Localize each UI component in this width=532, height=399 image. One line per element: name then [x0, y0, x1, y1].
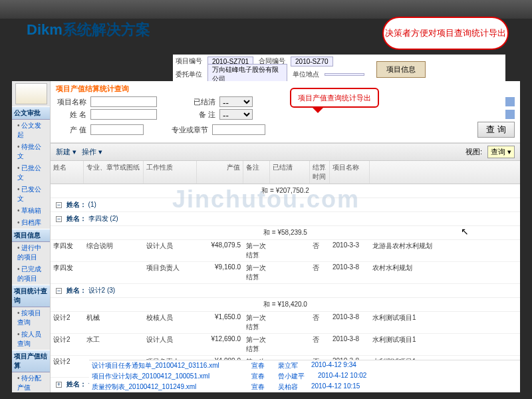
table-row[interactable]: 李四发综合说明设计人员¥48,079.5第一次结算否2010-3-3龙游县农村水… [51, 240, 520, 262]
sidebar-item[interactable]: 待批公文 [12, 141, 50, 162]
expand-toggle-icon[interactable]: − [56, 216, 62, 222]
table-cell: 第一次结算 [243, 334, 270, 355]
sidebar-thumbnail[interactable] [15, 83, 47, 104]
column-header[interactable]: 产值 [197, 161, 243, 184]
column-header[interactable]: 姓名 [51, 161, 84, 184]
search-button[interactable]: 查 询 [477, 122, 515, 138]
column-header[interactable]: 备注 [243, 161, 270, 184]
table-cell [84, 262, 144, 283]
project-info-tab[interactable]: 项目信息 [376, 61, 426, 78]
table-cell: 李四发 [51, 240, 84, 261]
file-row[interactable]: 质量控制表_20100412_101249.xml宣春吴柏容2010-4-12 … [89, 382, 520, 392]
table-cell [270, 312, 310, 333]
table-cell: 机械 [84, 312, 144, 333]
calendar-icon-2[interactable] [505, 110, 515, 119]
settled-select[interactable]: -- [219, 96, 253, 107]
group-row[interactable]: − 姓名： 设计2 (3) [51, 284, 520, 298]
location-value [325, 73, 364, 76]
table-cell: 设计2 [51, 334, 84, 355]
note-select[interactable]: -- [219, 109, 253, 120]
table-cell: 否 [310, 312, 330, 333]
spec-input[interactable] [212, 124, 265, 135]
group-row[interactable]: − 姓名： 李四发 (2) [51, 212, 520, 226]
table-cell: 第一次结算 [243, 240, 270, 261]
table-cell: 2010-3-8 [330, 312, 370, 333]
data-grid: 姓名专业、章节或图纸工作性质产值备注已结清结算时间项目名称 和 = ¥207,7… [51, 161, 520, 392]
sidebar-section[interactable]: 项目统计查询 [12, 285, 50, 307]
file-row[interactable]: 项目作业计划表_20100412_100051.xml宣春曾小建平2010-4-… [89, 371, 520, 382]
table-cell: ¥9,160.0 [197, 262, 243, 283]
sidebar-item[interactable]: 已发公文 [12, 184, 50, 205]
table-cell: 农村水利规划 [370, 262, 436, 283]
view-select[interactable]: 查询 ▾ [487, 146, 515, 158]
sum-row: 和 = ¥207,750.2 [51, 184, 520, 198]
column-header[interactable]: 专业、章节或图纸 [84, 161, 144, 184]
spec-label: 专业或章节 [172, 125, 208, 135]
value-label: 产 值 [56, 125, 86, 135]
contract-no-value: 2010-SZ70 [291, 57, 332, 66]
sidebar-section[interactable]: 项目产值结算 [12, 350, 50, 372]
table-cell: 设计人员 [144, 334, 197, 355]
table-cell [270, 262, 310, 283]
sidebar-item[interactable]: 待分配产值 [12, 372, 50, 392]
sidebar-item[interactable]: 按人员查询 [12, 329, 50, 350]
table-cell: 否 [310, 334, 330, 355]
table-cell: 2010-3-3 [330, 240, 370, 261]
file-row[interactable]: 设计项目任务通知单_20100412_03116.xml宣春裴立军2010-4-… [89, 360, 520, 371]
sidebar-section[interactable]: 公文审批 [12, 106, 50, 120]
settled-label: 已结清 [185, 97, 215, 107]
grid-toolbar: 新建 ▾ 操作 ▾ 视图: 查询 ▾ [51, 143, 520, 161]
note-label: 备 注 [185, 110, 215, 120]
table-cell: 水利测试项目1 [370, 312, 436, 333]
group-row[interactable]: − 姓名： (1) [51, 198, 520, 212]
table-row[interactable]: 设计2机械校核人员¥1,650.0第一次结算否2010-3-8水利测试项目1 [51, 312, 520, 334]
name-input[interactable] [90, 109, 157, 120]
table-row[interactable]: 设计2水工设计人员¥12,690.0第一次结算否2010-3-8水利测试项目1 [51, 334, 520, 356]
table-cell: 设计2 [51, 312, 84, 333]
table-cell [270, 240, 310, 261]
name-label: 姓 名 [56, 110, 86, 120]
expand-toggle-icon[interactable]: − [56, 288, 62, 294]
sidebar-item[interactable]: 公文发起 [12, 120, 50, 141]
column-header[interactable]: 已结清 [270, 161, 310, 184]
column-header[interactable]: 项目名称 [330, 161, 370, 184]
table-cell: ¥12,690.0 [197, 334, 243, 355]
sidebar-section[interactable]: 项目信息 [12, 229, 50, 242]
table-cell: 第一次结算 [243, 262, 270, 283]
query-panel: 项目产值结算统计查询 项目产值查询统计导出 项目名称 已结清 -- 姓 名 备 … [51, 81, 520, 143]
sidebar-item[interactable]: 草稿箱 [12, 205, 50, 217]
expand-toggle-icon[interactable]: − [56, 202, 62, 208]
table-cell: 设计2 [51, 356, 84, 377]
project-header-info: 项目编号 2010-SZ701 合同编号 2010-SZ70 委托单位 万向硅峰… [173, 55, 505, 81]
table-cell: 龙游县农村水利规划 [370, 240, 436, 261]
proj-no-label: 项目编号 [173, 57, 205, 66]
sidebar-item[interactable]: 进行中的项目 [12, 242, 50, 263]
ops-button[interactable]: 操作 ▾ [82, 147, 102, 157]
sidebar: 公文审批公文发起待批公文已批公文已发公文草稿箱归档库项目信息进行中的项目已完成的… [12, 81, 51, 392]
table-cell: ¥48,079.5 [197, 240, 243, 261]
title-suffix: 系统解决方案 [63, 21, 150, 38]
expand-toggle-icon[interactable]: + [56, 382, 62, 388]
callout-annotation: 项目产值查询统计导出 [290, 88, 379, 108]
table-row[interactable]: 李四发项目负责人¥9,160.0第一次结算否2010-3-8农村水利规划 [51, 262, 520, 284]
table-cell: 设计人员 [144, 240, 197, 261]
column-header[interactable]: 工作性质 [144, 161, 197, 184]
bottom-file-list: 设计项目任务通知单_20100412_03116.xml宣春裴立军2010-4-… [89, 360, 520, 392]
proj-name-input[interactable] [90, 96, 157, 107]
sidebar-item[interactable]: 按项目查询 [12, 307, 50, 329]
cloud-text: 决策者方便对项目查询统计导出 [382, 17, 509, 50]
table-cell: 校核人员 [144, 312, 197, 333]
sum-row: 和 = ¥18,420.0 [51, 298, 520, 312]
sidebar-item[interactable]: 已完成的项目 [12, 263, 50, 285]
sidebar-item[interactable]: 已批公文 [12, 162, 50, 184]
table-cell: ¥1,650.0 [197, 312, 243, 333]
client-label: 委托单位 [173, 70, 205, 79]
column-header[interactable]: 结算时间 [310, 161, 330, 184]
table-cell: 水工 [84, 334, 144, 355]
view-label: 视图: [466, 147, 482, 157]
calendar-icon[interactable] [505, 97, 515, 106]
sidebar-item[interactable]: 归档库 [12, 217, 50, 229]
value-input[interactable] [90, 124, 144, 135]
table-cell: 否 [310, 262, 330, 283]
new-button[interactable]: 新建 ▾ [56, 147, 76, 157]
